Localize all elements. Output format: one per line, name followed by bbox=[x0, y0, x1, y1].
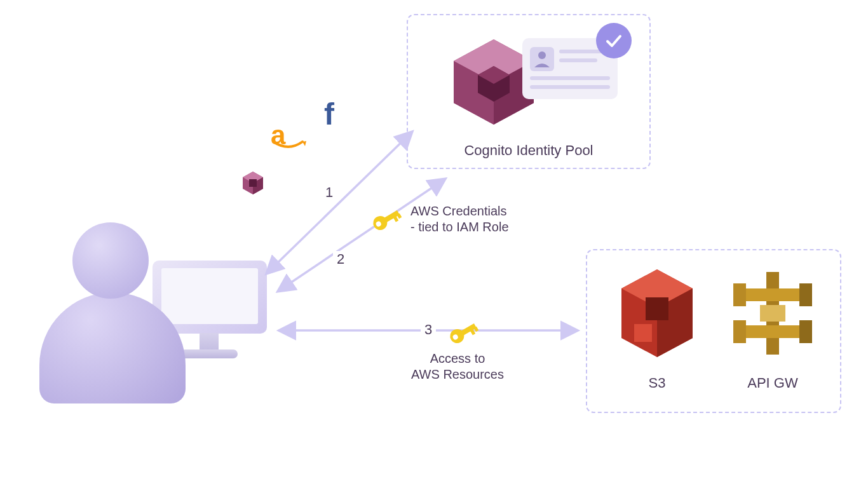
step-3-label-line2: AWS Resources bbox=[411, 367, 504, 381]
step-3-number: 3 bbox=[421, 322, 436, 338]
step-2-label-line1: AWS Credentials bbox=[410, 204, 507, 218]
step-2-label-line2: - tied to IAM Role bbox=[410, 220, 509, 234]
svg-line-26 bbox=[278, 179, 445, 291]
step-2-label: AWS Credentials - tied to IAM Role bbox=[410, 203, 550, 235]
arrows-layer bbox=[0, 0, 868, 488]
key-icon-2 bbox=[446, 316, 478, 348]
step-2-number: 2 bbox=[333, 251, 348, 268]
step-3-label-line1: Access to bbox=[430, 351, 485, 365]
step-1-number: 1 bbox=[322, 184, 337, 201]
step-3-label: Access to AWS Resources bbox=[388, 351, 527, 383]
key-icon bbox=[369, 203, 401, 235]
diagram-canvas: a f bbox=[0, 0, 868, 488]
